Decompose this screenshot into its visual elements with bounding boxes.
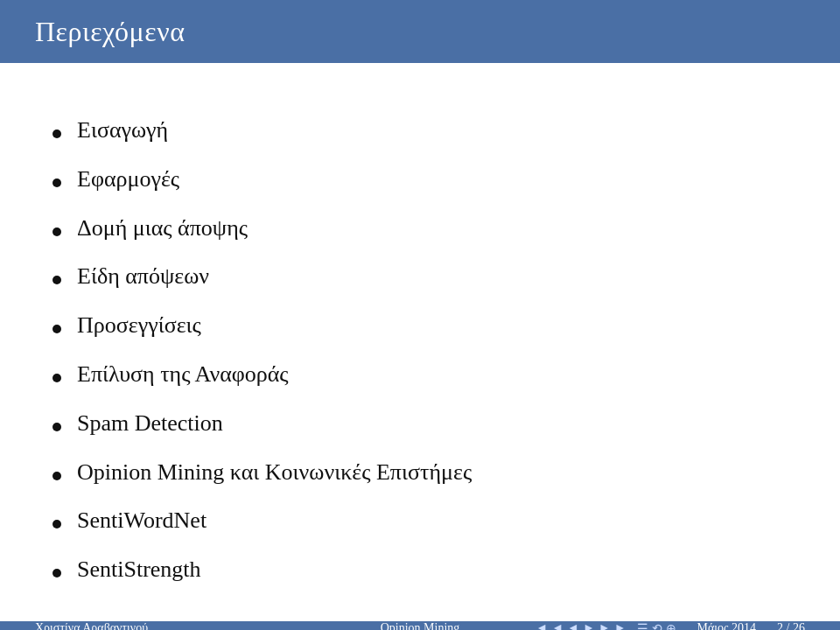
footer-author: Χριστίνα Αραβαντινού [35,621,148,630]
bullet-text-4: Είδη απόψεων [77,262,209,291]
bullet-dot-6 [52,374,61,382]
nav-zoom-icon[interactable]: ⟲ [652,621,662,630]
bullet-text-9: SentiWordNet [77,506,206,536]
bullet-text-3: Δομή μιας άποψης [77,214,248,243]
bullet-item-8: Opinion Mining και Κοινωνικές Επιστήμες [52,458,788,487]
slide: Περιεχόμενα ΕισαγωγήΕφαρμογέςΔομή μιας ά… [0,0,840,630]
bullet-dot-5 [52,325,61,333]
bullet-dot-3 [52,228,61,236]
bullet-item-3: Δομή μιας άποψης [52,214,788,243]
slide-title: Περιεχόμενα [35,16,185,48]
bullet-text-10: SentiStrength [77,555,201,584]
nav-prev-icon[interactable]: ◄ [551,621,564,630]
nav-next-icon[interactable]: ► [598,621,611,630]
bullet-item-5: Προσεγγίσεις [52,311,788,340]
bullet-text-1: Εισαγωγή [77,116,168,145]
bullet-item-10: SentiStrength [52,555,788,584]
bullet-dot-4 [52,276,61,284]
footer-date: Μάιος 2014 [697,621,757,630]
bullet-item-1: Εισαγωγή [52,116,788,145]
bullet-dot-8 [52,472,61,480]
nav-last-icon[interactable]: ► [614,621,626,630]
nav-section-next-icon[interactable]: ► [583,621,595,630]
bullet-text-6: Επίλυση της Αναφοράς [77,360,289,389]
footer-title: Opinion Mining [381,621,460,630]
bullet-text-7: Spam Detection [77,409,223,438]
footer-page: 2 / 26 [777,621,805,630]
bullet-dot-9 [52,520,61,528]
bullet-text-8: Opinion Mining και Κοινωνικές Επιστήμες [77,458,472,487]
slide-header: Περιεχόμενα [0,0,840,63]
bullet-dot-1 [52,130,61,138]
bullet-dot-2 [52,178,61,187]
nav-controls[interactable]: ◄ ◄ ◄ ► ► ► ☰ ⟲ ⊕ [536,621,676,630]
nav-search-icon[interactable]: ⊕ [666,621,676,630]
footer-right: ◄ ◄ ◄ ► ► ► ☰ ⟲ ⊕ Μάιος 2014 2 / 26 [536,621,805,630]
nav-menu-icon[interactable]: ☰ [637,621,648,630]
slide-content: ΕισαγωγήΕφαρμογέςΔομή μιας άποψηςΕίδη απ… [0,63,840,621]
bullet-list: ΕισαγωγήΕφαρμογέςΔομή μιας άποψηςΕίδη απ… [52,116,788,604]
bullet-text-2: Εφαρμογές [77,164,179,194]
slide-footer: Χριστίνα Αραβαντινού Opinion Mining ◄ ◄ … [0,621,840,630]
bullet-dot-7 [52,423,61,431]
bullet-text-5: Προσεγγίσεις [77,311,201,340]
bullet-item-9: SentiWordNet [52,506,788,536]
bullet-item-4: Είδη απόψεων [52,262,788,291]
bullet-dot-10 [52,569,61,578]
nav-section-prev-icon[interactable]: ◄ [567,621,579,630]
nav-first-icon[interactable]: ◄ [536,621,548,630]
bullet-item-2: Εφαρμογές [52,164,788,194]
bullet-item-7: Spam Detection [52,409,788,438]
bullet-item-6: Επίλυση της Αναφοράς [52,360,788,389]
